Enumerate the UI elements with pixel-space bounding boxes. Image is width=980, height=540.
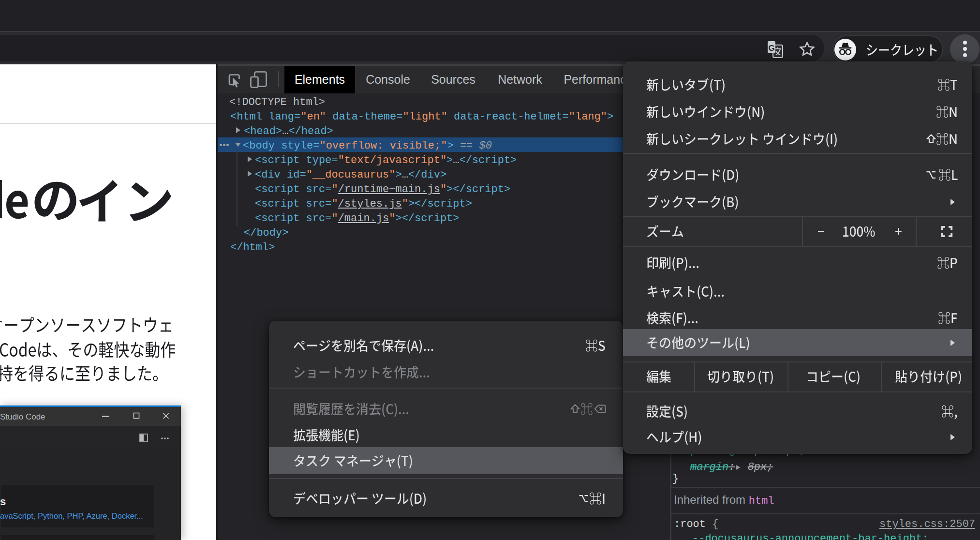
svg-text:G: G [768,44,774,53]
